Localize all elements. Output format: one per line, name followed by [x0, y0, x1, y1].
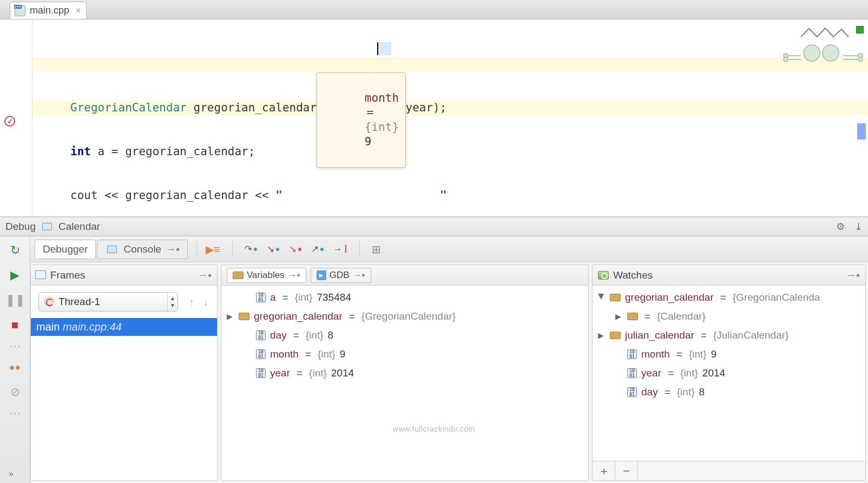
- frames-panel: Frames →▪ Thread-1 ▲▼ ↑ ↓: [30, 264, 218, 481]
- variable-row[interactable]: ▶ gregorian_calendar= {GregorianCalendar…: [227, 307, 583, 326]
- code-editor[interactable]: GregorianCalendar gregorian_calendar(mon…: [0, 19, 868, 217]
- breakpoint-icon[interactable]: [4, 116, 15, 127]
- watch-ops-bar: ＋ −: [593, 461, 865, 480]
- stack-frame-row[interactable]: main main.cpp:44: [31, 318, 217, 336]
- watch-row[interactable]: ▶ gregorian_calendar= {GregorianCalenda: [598, 288, 860, 307]
- object-icon: [627, 313, 638, 320]
- variables-icon: [233, 272, 244, 279]
- debug-label: Debug: [5, 221, 36, 233]
- selection-highlight: [377, 42, 391, 55]
- debugger-tab-row: Debugger Console →▪ ▶≡ ↷ ↘ ↘ ↗ →I ⊞: [30, 236, 868, 262]
- watch-row[interactable]: 1001 month= {int} 9: [598, 345, 860, 363]
- thread-selector[interactable]: Thread-1 ▲▼: [38, 292, 178, 312]
- separator: ⋯: [9, 411, 22, 416]
- debug-panel: ↻ ▶ ❚❚ ■ ⋯ ●● ⊘ ⋯ Debugger Console →▪ ▶≡…: [0, 236, 868, 483]
- editor-gutter[interactable]: [0, 19, 32, 216]
- primitive-icon: 1001: [256, 293, 266, 302]
- expand-icon[interactable]: ▶: [227, 312, 234, 321]
- step-out-button[interactable]: ↗: [311, 243, 324, 255]
- variable-row[interactable]: 1001 month= {int} 9: [227, 345, 583, 363]
- watch-row[interactable]: ▶ = {Calendar}: [598, 307, 860, 326]
- watches-icon: [598, 271, 609, 280]
- object-icon: [239, 313, 249, 320]
- debug-value-tooltip: month = {int} 9: [317, 72, 406, 168]
- tab-gdb[interactable]: GDB →▪: [311, 268, 371, 283]
- watch-row[interactable]: 1001 year= {int} 2014: [598, 363, 860, 382]
- pin-icon[interactable]: →▪: [198, 269, 212, 281]
- show-execution-point-button[interactable]: ▶≡: [206, 243, 220, 256]
- overview-marker[interactable]: [857, 123, 866, 140]
- object-icon: [610, 332, 621, 339]
- frame-function: main: [36, 321, 60, 333]
- file-tab-main-cpp[interactable]: main.cpp ×: [10, 2, 87, 19]
- run-config-icon: [42, 223, 52, 230]
- tab-variables[interactable]: Variables →▪: [227, 268, 306, 283]
- console-icon: [107, 246, 117, 253]
- tab-gdb-label: GDB: [330, 270, 350, 281]
- pause-button[interactable]: ❚❚: [9, 294, 22, 307]
- variables-panel: Variables →▪ GDB →▪ 1001 a= {int} 735484: [221, 264, 589, 481]
- svg-point-0: [804, 45, 820, 61]
- gdb-icon: [317, 270, 326, 280]
- step-toolbar: ▶≡ ↷ ↘ ↘ ↗ →I ⊞: [206, 241, 381, 257]
- force-step-into-button[interactable]: ↘: [289, 243, 301, 255]
- download-icon[interactable]: ⤓: [854, 221, 863, 233]
- editor-content[interactable]: GregorianCalendar gregorian_calendar(mon…: [32, 19, 868, 216]
- watch-row[interactable]: ▶ julian_calendar= {JulianCalendar}: [598, 326, 860, 345]
- step-over-button[interactable]: ↷: [245, 243, 257, 255]
- svg-point-1: [823, 45, 839, 61]
- variable-row[interactable]: 1001 year= {int} 2014: [227, 363, 583, 382]
- expand-icon[interactable]: ▶: [615, 312, 623, 321]
- frame-up-button[interactable]: ↑: [186, 295, 198, 309]
- svg-point-5: [858, 57, 863, 62]
- thread-icon: [44, 297, 54, 307]
- tab-debugger-label: Debugger: [43, 243, 88, 255]
- variable-row[interactable]: 1001 day= {int} 8: [227, 326, 583, 345]
- tooltip-var-value: 9: [365, 135, 372, 148]
- tab-console-label: Console: [123, 243, 161, 255]
- collapse-icon[interactable]: ▶: [597, 294, 606, 301]
- close-tab-icon[interactable]: ×: [76, 6, 81, 16]
- mute-breakpoints-button[interactable]: ⊘: [9, 386, 22, 399]
- watches-tree[interactable]: ▶ gregorian_calendar= {GregorianCalenda …: [593, 286, 865, 480]
- analysis-status-ok-icon[interactable]: [856, 26, 864, 34]
- app-mascot-logo: [779, 21, 866, 80]
- tooltip-var-name: month: [365, 91, 399, 104]
- resume-button[interactable]: ▶: [9, 269, 22, 282]
- frame-down-button[interactable]: ↓: [200, 295, 212, 309]
- svg-point-3: [784, 57, 788, 62]
- add-watch-button[interactable]: ＋: [593, 461, 615, 480]
- run-config-name: Calendar: [58, 221, 100, 233]
- tooltip-var-type: {int}: [365, 121, 399, 134]
- frames-title: Frames: [50, 269, 85, 281]
- cpp-file-icon: [15, 5, 25, 16]
- watches-title: Watches: [613, 269, 653, 281]
- view-breakpoints-button[interactable]: ●●: [9, 361, 22, 374]
- debug-side-toolbar: ↻ ▶ ❚❚ ■ ⋯ ●● ⊘ ⋯: [0, 236, 30, 483]
- gear-icon[interactable]: ⚙: [836, 221, 845, 233]
- variables-tree[interactable]: 1001 a= {int} 735484 ▶ gregorian_calenda…: [221, 286, 588, 480]
- tab-variables-label: Variables: [247, 270, 285, 281]
- thread-stepper[interactable]: ▲▼: [167, 293, 177, 311]
- variable-row[interactable]: 1001 a= {int} 735484: [227, 288, 583, 307]
- rerun-button[interactable]: ↻: [9, 244, 22, 257]
- tab-debugger[interactable]: Debugger: [35, 240, 96, 259]
- stop-button[interactable]: ■: [9, 319, 22, 332]
- editor-tab-bar: main.cpp ×: [0, 0, 868, 19]
- step-into-button[interactable]: ↘: [267, 243, 279, 255]
- debug-tool-window-header: Debug Calendar ⚙ ⤓: [0, 217, 868, 236]
- text-cursor: [377, 42, 378, 55]
- expand-tool-window-button[interactable]: »: [9, 469, 14, 479]
- pin-icon[interactable]: →▪: [846, 269, 860, 281]
- frames-icon: [36, 272, 46, 279]
- frame-location: main.cpp:44: [63, 321, 122, 333]
- tab-console[interactable]: Console →▪: [97, 240, 187, 259]
- evaluate-expression-button[interactable]: ⊞: [372, 243, 381, 256]
- primitive-icon: 1001: [256, 368, 266, 378]
- watch-row[interactable]: 1001 day= {int} 8: [598, 382, 860, 401]
- expand-icon[interactable]: ▶: [598, 331, 606, 340]
- thread-name: Thread-1: [58, 296, 100, 308]
- remove-watch-button[interactable]: −: [615, 461, 638, 480]
- primitive-icon: 1001: [256, 349, 266, 359]
- run-to-cursor-button[interactable]: →I: [333, 243, 348, 255]
